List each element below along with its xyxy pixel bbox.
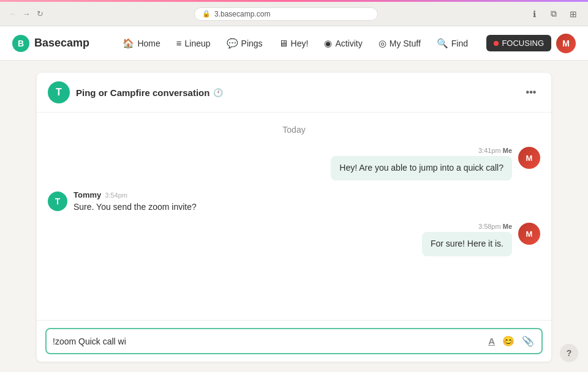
user-avatar-initial: M	[562, 39, 570, 48]
message-time: 3:58pm	[478, 223, 501, 230]
browser-reload-button[interactable]: ↻	[34, 9, 45, 20]
date-divider: Today	[48, 125, 540, 135]
help-label: ?	[567, 348, 572, 358]
focusing-label: FOCUSING	[502, 39, 544, 48]
outgoing-avatar: M	[518, 147, 540, 169]
nav-right: FOCUSING M	[486, 34, 576, 53]
incoming-meta: Tommy 3:54pm	[74, 190, 197, 199]
nav-hey-label: Hey!	[291, 39, 309, 48]
message-text: Hey! Are you able to jump into a quick c…	[339, 163, 503, 173]
chat-title: Ping or Campfire conversation 🕐	[76, 87, 223, 98]
browser-forward-button[interactable]: →	[21, 9, 32, 20]
chat-messages: Today 3:41pm Me Hey! Are you able to jum…	[37, 113, 551, 320]
message-sender: Me	[503, 147, 512, 154]
message-row: T Tommy 3:54pm Sure. You send the zoom i…	[48, 190, 540, 214]
message-sender: Me	[503, 223, 512, 230]
nav-pings-label: Pings	[241, 39, 263, 48]
chat-header-left: T Ping or Campfire conversation 🕐	[48, 81, 223, 103]
chat-input[interactable]	[53, 337, 482, 346]
nav-mystuff-label: My Stuff	[390, 39, 421, 48]
mystuff-icon: ◎	[379, 38, 386, 49]
app-navbar: B Basecamp 🏠 Home ≡ Lineup 💬 Pings 🖥 Hey…	[0, 26, 588, 61]
chat-input-box: A 😊 📎	[45, 328, 543, 354]
nav-item-activity[interactable]: ◉ Activity	[317, 34, 369, 53]
lock-icon: 🔒	[202, 10, 211, 18]
incoming-time: 3:54pm	[105, 192, 127, 199]
browser-chrome: ← → ↻ 🔒 3.basecamp.com ℹ ⧉ ⊞	[0, 2, 588, 26]
message-meta: 3:41pm Me	[478, 147, 512, 154]
activity-icon: ◉	[324, 38, 332, 49]
nav-activity-label: Activity	[335, 39, 362, 48]
chat-avatar: T	[48, 81, 70, 103]
nav-items: 🏠 Home ≡ Lineup 💬 Pings 🖥 Hey! ◉ Activit…	[104, 34, 486, 53]
emoji-icon: 😊	[502, 335, 514, 347]
incoming-name: Tommy	[74, 190, 101, 199]
chat-header: T Ping or Campfire conversation 🕐 •••	[37, 73, 551, 113]
chat-title-icon: 🕐	[213, 88, 223, 97]
nav-item-hey[interactable]: 🖥 Hey!	[271, 34, 316, 52]
input-actions: A 😊 📎	[487, 334, 535, 348]
chat-container: T Ping or Campfire conversation 🕐 ••• To…	[37, 73, 551, 362]
nav-home-label: Home	[137, 39, 160, 48]
date-label: Today	[282, 125, 305, 135]
attach-file-button[interactable]: 📎	[521, 334, 535, 348]
main-content: T Ping or Campfire conversation 🕐 ••• To…	[0, 61, 588, 372]
nav-item-lineup[interactable]: ≡ Lineup	[169, 34, 218, 52]
incoming-text: Sure. You send the zoom invite?	[74, 201, 197, 214]
message-bubble: Hey! Are you able to jump into a quick c…	[331, 156, 512, 180]
home-icon: 🏠	[123, 38, 134, 49]
chat-title-text: Ping or Campfire conversation	[76, 87, 209, 98]
nav-lineup-label: Lineup	[185, 39, 211, 48]
incoming-avatar-initial: T	[55, 196, 61, 206]
hey-icon: 🖥	[279, 38, 288, 48]
emoji-picker-button[interactable]: 😊	[501, 334, 516, 348]
user-avatar[interactable]: M	[556, 34, 576, 53]
find-icon: 🔍	[437, 38, 448, 49]
address-text: 3.basecamp.com	[214, 10, 270, 18]
incoming-avatar: T	[48, 192, 67, 211]
browser-nav-arrows: ← → ↻	[7, 9, 45, 20]
nav-item-home[interactable]: 🏠 Home	[115, 34, 167, 53]
help-button[interactable]: ?	[560, 344, 578, 362]
incoming-sender-row: T Tommy 3:54pm Sure. You send the zoom i…	[48, 190, 197, 214]
message-meta: 3:58pm Me	[478, 223, 512, 230]
address-bar[interactable]: 🔒 3.basecamp.com	[194, 7, 378, 21]
browser-window-controls: ← → ↻	[7, 9, 45, 20]
focusing-dot	[494, 41, 499, 46]
format-icon: A	[488, 336, 495, 346]
outgoing-avatar-2: M	[518, 223, 540, 245]
nav-find-label: Find	[451, 39, 468, 48]
message-time: 3:41pm	[478, 147, 501, 154]
browser-sidebar-button[interactable]: ⊞	[566, 7, 581, 21]
chat-input-area: A 😊 📎	[37, 320, 551, 362]
nav-item-mystuff[interactable]: ◎ My Stuff	[371, 34, 428, 53]
message-row: 3:41pm Me Hey! Are you able to jump into…	[48, 147, 540, 180]
message-bubble: For sure! Here it is.	[422, 232, 512, 256]
outgoing-message-wrap: 3:58pm Me For sure! Here it is.	[422, 223, 512, 256]
outgoing-message-wrap: 3:41pm Me Hey! Are you able to jump into…	[331, 147, 512, 180]
browser-back-button[interactable]: ←	[7, 9, 18, 20]
chat-avatar-initial: T	[56, 87, 62, 98]
nav-item-pings[interactable]: 💬 Pings	[219, 34, 270, 53]
chat-menu-dots: •••	[526, 87, 537, 98]
browser-info-button[interactable]: ℹ	[527, 7, 541, 21]
browser-right-controls: ℹ ⧉ ⊞	[527, 7, 581, 21]
logo-icon: B	[12, 35, 29, 52]
logo-text: Basecamp	[34, 37, 89, 50]
message-row: 3:58pm Me For sure! Here it is. M	[48, 223, 540, 256]
lineup-icon: ≡	[176, 38, 182, 48]
nav-item-find[interactable]: 🔍 Find	[429, 34, 475, 53]
pings-icon: 💬	[227, 38, 238, 49]
incoming-content: Tommy 3:54pm Sure. You send the zoom inv…	[74, 190, 197, 214]
browser-tabs-button[interactable]: ⧉	[546, 7, 561, 21]
focusing-button[interactable]: FOCUSING	[486, 35, 551, 51]
message-text: For sure! Here it is.	[431, 239, 503, 248]
chat-menu-button[interactable]: •••	[522, 83, 540, 102]
logo[interactable]: B Basecamp	[12, 35, 89, 52]
attach-icon: 📎	[522, 335, 534, 347]
format-text-button[interactable]: A	[487, 335, 496, 348]
